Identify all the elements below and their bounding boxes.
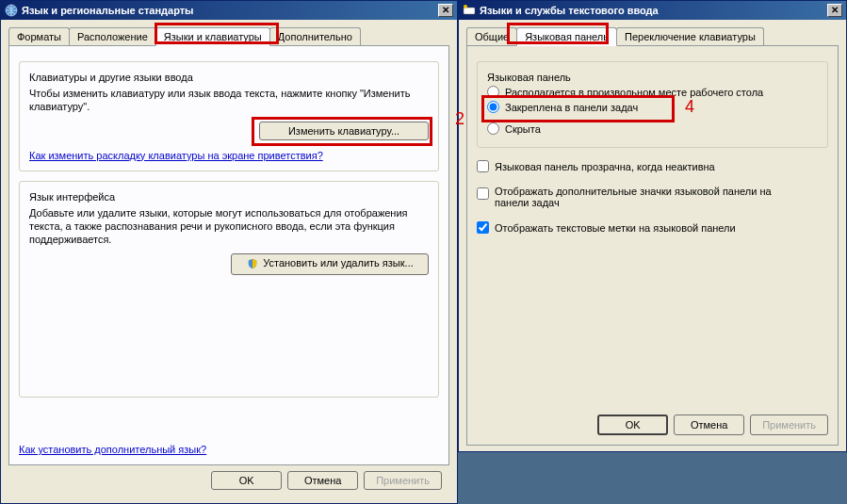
button-row-right: OK Отмена Применить bbox=[477, 407, 828, 435]
check-extra-icons-input[interactable] bbox=[477, 187, 489, 200]
group-language-bar: Языковая панель Располагается в произвол… bbox=[477, 61, 828, 148]
ok-button-left[interactable]: OK bbox=[211, 471, 282, 490]
apply-button-left[interactable]: Применить bbox=[364, 471, 442, 490]
tab-general[interactable]: Общие bbox=[466, 27, 517, 45]
text-input-services-window: Языки и службы текстового ввода ✕ Общие … bbox=[458, 0, 847, 452]
content-left: Форматы Расположение Языки и клавиатуры … bbox=[1, 20, 457, 503]
tab-body-right: 3 Языковая панель Располагается в произв… bbox=[466, 45, 839, 446]
tab-language-bar[interactable]: Языковая панель bbox=[516, 27, 617, 46]
region-language-window: Язык и региональные стандарты ✕ Форматы … bbox=[0, 0, 458, 504]
tab-location[interactable]: Расположение bbox=[69, 27, 156, 45]
close-button-right[interactable]: ✕ bbox=[827, 4, 842, 17]
tab-additional[interactable]: Дополнительно bbox=[269, 27, 361, 45]
content-right: Общие Языковая панель Переключение клави… bbox=[459, 20, 846, 451]
change-keyboard-button[interactable]: Изменить клавиатуру... bbox=[259, 122, 429, 140]
apply-button-right[interactable]: Применить bbox=[750, 415, 828, 435]
tab-body-left: 1 Клавиатуры и другие языки ввода Чтобы … bbox=[8, 45, 449, 465]
title-text-right: Языки и службы текстового ввода bbox=[480, 5, 659, 16]
group-keyboards-legend: Клавиатуры и другие языки ввода bbox=[29, 72, 193, 83]
cancel-button-right[interactable]: Отмена bbox=[674, 415, 744, 435]
link-change-layout[interactable]: Как изменить раскладку клавиатуры на экр… bbox=[29, 150, 323, 161]
title-text: Язык и региональные стандарты bbox=[22, 5, 194, 16]
cancel-button-left[interactable]: Отмена bbox=[287, 471, 358, 490]
radio-hidden[interactable]: Скрыта bbox=[487, 122, 818, 135]
tab-languages-keyboards[interactable]: Языки и клавиатуры bbox=[155, 27, 270, 46]
radio-float[interactable]: Располагается в произвольном месте рабоч… bbox=[487, 86, 818, 98]
button-row-left: OK Отмена Применить bbox=[8, 465, 449, 497]
radio-docked-input[interactable] bbox=[487, 101, 499, 113]
check-text-labels-input[interactable] bbox=[477, 221, 489, 234]
globe-icon bbox=[5, 4, 18, 17]
titlebar-left[interactable]: Язык и региональные стандарты ✕ bbox=[1, 1, 457, 20]
keyboard-input-icon bbox=[463, 4, 476, 17]
group-keyboards: Клавиатуры и другие языки ввода Чтобы из… bbox=[19, 61, 439, 171]
tabs-left: Форматы Расположение Языки и клавиатуры … bbox=[8, 27, 449, 45]
shield-icon bbox=[246, 258, 259, 271]
titlebar-right[interactable]: Языки и службы текстового ввода ✕ bbox=[459, 1, 846, 20]
tab-formats[interactable]: Форматы bbox=[8, 27, 70, 45]
tabs-right: Общие Языковая панель Переключение клави… bbox=[466, 27, 839, 45]
check-transparent[interactable]: Языковая панель прозрачна, когда неактив… bbox=[477, 160, 828, 172]
group-language-bar-legend: Языковая панель bbox=[487, 72, 571, 83]
group-ui-language-legend: Язык интерфейса bbox=[29, 191, 115, 203]
radio-docked[interactable]: Закреплена в панели задач bbox=[487, 101, 818, 113]
tab-keyboard-switch[interactable]: Переключение клавиатуры bbox=[616, 27, 764, 45]
install-remove-language-button[interactable]: Установить или удалить язык... bbox=[231, 253, 429, 274]
ok-button-right[interactable]: OK bbox=[597, 415, 668, 435]
check-text-labels[interactable]: Отображать текстовые метки на языковой п… bbox=[477, 221, 828, 234]
close-button-left[interactable]: ✕ bbox=[438, 4, 453, 17]
svg-point-2 bbox=[464, 5, 467, 8]
group-keyboards-desc: Чтобы изменить клавиатуру или язык ввода… bbox=[29, 87, 429, 114]
check-extra-icons[interactable]: Отображать дополнительные значки языково… bbox=[477, 186, 828, 208]
check-transparent-input[interactable] bbox=[477, 160, 489, 172]
link-install-additional[interactable]: Как установить дополнительный язык? bbox=[19, 444, 206, 455]
group-ui-language: Язык интерфейса Добавьте или удалите язы… bbox=[19, 181, 439, 398]
svg-rect-1 bbox=[464, 8, 475, 14]
group-ui-language-desc: Добавьте или удалите языки, которые могу… bbox=[29, 206, 429, 247]
radio-hidden-input[interactable] bbox=[487, 122, 499, 135]
radio-float-input[interactable] bbox=[487, 86, 499, 98]
